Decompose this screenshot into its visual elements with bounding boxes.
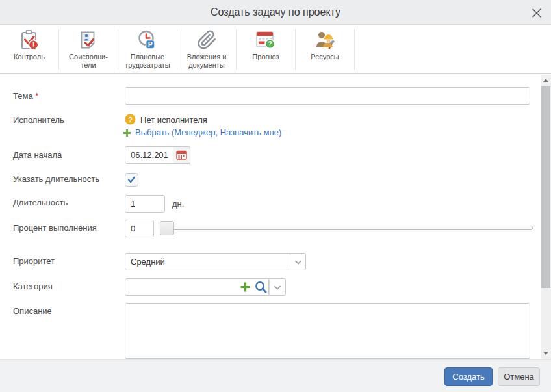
toolbar-separator: [354, 29, 355, 70]
toolbar-label: Ресурсы: [311, 53, 339, 61]
toolbar-button-co-executors[interactable]: Соисполни- тели: [59, 25, 118, 73]
alert-badge: !: [32, 41, 35, 49]
scroll-down-icon[interactable]: [543, 352, 548, 355]
toolbar-label: Соисполни- тели: [69, 53, 108, 70]
search-icon: [255, 281, 267, 293]
priority-dropdown-button[interactable]: [290, 253, 306, 270]
start-date-input[interactable]: [125, 146, 174, 164]
subject-label: Тема *: [13, 91, 38, 101]
toolbar-button-control[interactable]: ! Контроль: [0, 25, 58, 73]
plus-icon: [123, 129, 131, 137]
chevron-down-icon: [272, 282, 283, 293]
priority-value[interactable]: Средний: [125, 253, 290, 270]
scroll-up-icon[interactable]: [543, 79, 548, 82]
cancel-button[interactable]: Отмена: [498, 367, 540, 386]
category-search-button[interactable]: [253, 281, 268, 293]
toolbar-label: Прогноз: [252, 53, 279, 61]
category-field-group: [125, 278, 269, 296]
toolbar: ! Контроль Соисполни- тели P: [0, 25, 551, 74]
question-glyph: ?: [128, 116, 133, 124]
dialog-header: Создать задачу по проекту: [0, 0, 551, 25]
assignee-empty-text: Нет исполнителя: [140, 115, 207, 125]
paren-close: ): [279, 127, 281, 137]
checkmark-icon: [126, 174, 137, 185]
create-task-dialog: { "colors": { "accent_blue": "#4779bb", …: [0, 0, 551, 392]
category-input[interactable]: [125, 280, 237, 294]
percent-input[interactable]: [125, 220, 154, 237]
priority-label: Приоритет: [13, 256, 55, 266]
description-textarea[interactable]: [125, 303, 530, 359]
toolbar-button-forecast[interactable]: ? Прогноз: [237, 25, 295, 73]
close-icon: [531, 7, 543, 19]
percent-slider-handle[interactable]: [160, 221, 174, 235]
dialog-title: Создать задачу по проекту: [0, 0, 551, 25]
chevron-down-icon: [293, 257, 303, 267]
form-body: Тема * Исполнитель ? Нет исполнителя Выб…: [0, 74, 551, 359]
dialog-footer: Создать Отмена: [0, 359, 551, 392]
set-duration-checkbox[interactable]: [125, 173, 138, 187]
control-clipboard-icon: !: [18, 28, 40, 52]
duration-label: Длительность: [13, 198, 68, 207]
forecast-calendar-icon: ?: [255, 28, 277, 52]
toolbar-label: Плановые трудозатраты: [125, 53, 170, 70]
subject-label-text: Тема: [13, 91, 33, 101]
vertical-scrollbar[interactable]: [541, 75, 551, 359]
close-button[interactable]: [529, 5, 545, 21]
toolbar-label: Вложения и документы: [187, 53, 227, 70]
category-add-button[interactable]: [237, 281, 253, 293]
duration-input[interactable]: [125, 195, 165, 213]
toolbar-label: Контроль: [14, 53, 45, 61]
paperclip-icon: [197, 28, 217, 52]
category-dropdown-button[interactable]: [269, 278, 286, 296]
description-label: Описание: [13, 306, 52, 316]
duration-unit: дн.: [172, 199, 184, 209]
co-executors-icon: [77, 28, 99, 52]
date-picker-button[interactable]: [173, 146, 190, 164]
assignee-label: Исполнитель: [13, 115, 64, 125]
toolbar-button-attachments[interactable]: Вложения и документы: [177, 25, 236, 73]
scrollbar-thumb[interactable]: [541, 86, 550, 288]
toolbar-button-resources[interactable]: Ресурсы: [296, 25, 354, 73]
resources-workers-icon: [314, 28, 336, 52]
create-button[interactable]: Создать: [444, 367, 493, 386]
planned-labor-clock-icon: P: [136, 28, 159, 52]
category-label: Категория: [13, 281, 53, 291]
start-date-label: Дата начала: [13, 150, 62, 160]
subject-input[interactable]: [125, 87, 530, 105]
percent-slider-track[interactable]: [162, 226, 533, 230]
calendar-icon: [176, 150, 187, 161]
percent-label: Процент выполнения: [13, 223, 97, 233]
assignee-links-line: Выбрать (Менеджер, Назначить мне): [135, 127, 281, 137]
toolbar-button-planned-labor[interactable]: P Плановые трудозатраты: [118, 25, 177, 73]
question-badge: ?: [268, 40, 272, 47]
assignee-manager-link[interactable]: Менеджер: [174, 127, 215, 137]
required-asterisk: *: [35, 91, 38, 101]
assignee-select-link[interactable]: Выбрать: [135, 127, 169, 137]
set-duration-label: Указать длительность: [13, 174, 99, 184]
question-circle-icon: ?: [125, 114, 136, 125]
assignee-assign-me-link[interactable]: Назначить мне: [220, 127, 279, 137]
plus-icon: [240, 281, 251, 293]
p-badge: P: [148, 40, 153, 48]
comma-separator: ,: [215, 127, 220, 137]
